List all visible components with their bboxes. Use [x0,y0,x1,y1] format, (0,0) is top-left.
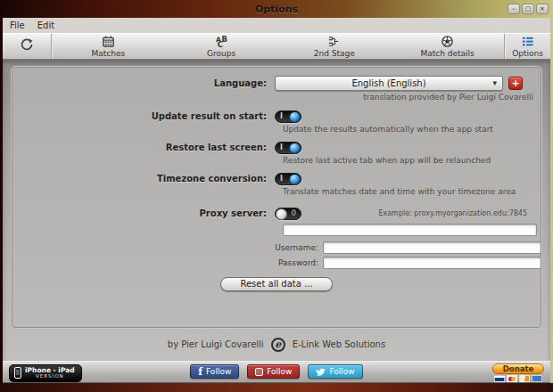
toolbar-label-2nd-stage: 2nd Stage [314,49,355,58]
content-area: Language: English (English) ▾ + translat… [3,60,550,361]
toggle-knob [289,143,301,154]
restore-screen-toggle[interactable]: I [275,142,301,154]
password-input[interactable] [323,257,541,269]
svg-text:C: C [217,40,222,48]
language-dropdown[interactable]: English (English) ▾ [275,76,503,91]
follow-label: Follow [267,367,292,376]
restore-screen-description: Restore last active tab when app will be… [283,156,491,165]
iphone-ipad-version-badge[interactable]: iPhone - iPad VERSION [9,364,82,382]
toolbar-tab-groups[interactable]: A B C Groups [165,34,278,59]
username-label: Username: [12,243,323,252]
proxy-toggle[interactable]: 0 [275,208,301,220]
window-body: File Edit [3,18,550,383]
close-button[interactable]: ✕ [536,4,549,14]
menu-edit[interactable]: Edit [37,20,54,30]
twitter-bird-icon [316,368,326,376]
toggle-indicator: 0 [291,209,296,217]
facebook-follow-button[interactable]: f Follow [190,364,239,379]
chevron-down-icon: ▾ [492,78,497,87]
menu-bar: File Edit [3,18,550,33]
toolbar-tab-match-details[interactable]: Match details [391,34,504,59]
donate-area: Donate [492,363,544,382]
add-language-button[interactable]: + [508,77,523,90]
window-bottom-edge [0,383,553,392]
follow-buttons: f Follow Follow Follow [190,364,362,379]
toggle-indicator: I [280,143,283,151]
proxy-label: Proxy server: [12,208,275,218]
toolbar-label-matches: Matches [92,49,126,58]
toolbar-tab-matches[interactable]: Matches [52,34,165,59]
toggle-indicator: I [280,112,283,120]
update-result-label: Update result on start: [12,111,275,121]
donate-button[interactable]: Donate [492,363,544,374]
toolbar-label-match-details: Match details [420,49,474,58]
window-controls: ‒ ▢ ✕ [508,4,549,14]
language-value: English (English) [351,78,425,88]
payment-card-icons [494,375,542,382]
restore-screen-label: Restore last screen: [12,143,275,152]
company-name: E-Link Web Solutions [293,339,386,349]
toolbar-label-options: Options [512,49,543,58]
toggle-knob [276,208,287,220]
translation-note: translation provided by Pier Luigi Covar… [283,93,533,102]
blue-list-icon [521,35,534,48]
discover-card-icon [519,375,530,382]
facebook-f-icon: f [198,366,202,378]
visa-card-icon [494,375,505,382]
proxy-server-input[interactable] [283,224,537,236]
abc-letters-icon: A B C [215,35,228,48]
bracket-icon [327,35,341,48]
bottom-bar: iPhone - iPad VERSION f Follow Follow [3,361,550,383]
update-result-description: Update the results automatically when th… [283,125,493,134]
toggle-indicator: I [280,175,283,183]
toolbar-tab-2nd-stage[interactable]: 2nd Stage [278,34,392,59]
follow-label: Follow [329,367,354,376]
timezone-toggle[interactable]: I [275,173,301,185]
follow-label: Follow [206,367,231,376]
twitter-follow-button[interactable]: Follow [308,364,362,379]
amex-card-icon [532,375,542,382]
toolbar-label-groups: Groups [207,49,235,58]
options-panel: Language: English (English) ▾ + translat… [11,66,542,329]
username-input[interactable] [323,241,541,254]
elink-logo-icon: e [271,338,285,352]
app-window: Options ‒ ▢ ✕ File Edit [0,0,553,392]
googleplus-icon [255,368,263,376]
mastercard-icon [507,375,517,382]
soccer-ball-icon [441,35,454,48]
toggle-knob [289,111,301,123]
author-credit: by Pier Luigi Covarelli [168,339,264,349]
menu-file[interactable]: File [10,20,25,30]
footer-credit-bar: by Pier Luigi Covarelli e E-Link Web Sol… [11,329,542,361]
googleplus-follow-button[interactable]: Follow [247,364,300,379]
window-title: Options [255,4,298,15]
language-label: Language: [12,78,275,88]
version-badge-line2: VERSION [36,374,64,380]
title-bar[interactable]: Options ‒ ▢ ✕ [0,0,553,18]
password-label: Password: [12,258,323,267]
refresh-icon [20,37,34,55]
maximize-button[interactable]: ▢ [522,4,534,14]
timezone-label: Timezone conversion: [12,174,275,184]
refresh-button[interactable] [3,34,52,59]
update-result-toggle[interactable]: I [275,110,301,123]
minimize-button[interactable]: ‒ [508,4,520,14]
timezone-description: Translate matches date and time with you… [283,187,516,196]
calendar-icon [102,35,115,48]
toolbar-tab-options[interactable]: Options [504,34,550,59]
toolbar: Matches A B C Groups [3,33,550,60]
toggle-knob [289,174,301,185]
reset-all-data-button[interactable]: Reset all data ... [220,277,333,291]
phone-icon [14,367,21,379]
proxy-example-text: Example: proxy.myorganization.edu:7845 [301,209,541,217]
